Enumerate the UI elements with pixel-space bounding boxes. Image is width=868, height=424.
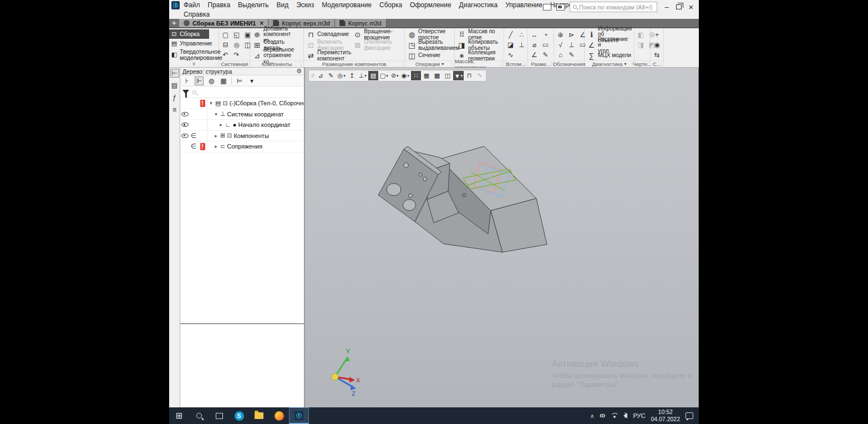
tree-row-3[interactable]: ∈▸⊞⊡Компоненты bbox=[180, 131, 304, 142]
local-cs-icon[interactable]: ⊥ bbox=[517, 40, 526, 49]
spec-add-object-icon[interactable]: + bbox=[652, 30, 662, 39]
dropdown-arrow-icon[interactable]: ▾ bbox=[397, 74, 399, 78]
construction-point-icon[interactable]: ∴ bbox=[517, 30, 526, 39]
menu-item-9[interactable]: Управление bbox=[505, 1, 542, 9]
expand-arrow-icon[interactable]: ▸ bbox=[214, 144, 219, 149]
ribbon-tab-2[interactable]: ◧Твердотельное моделирование bbox=[169, 48, 219, 61]
menu-item-4[interactable]: Эскиз bbox=[296, 1, 314, 9]
undo-icon[interactable]: ↶ bbox=[221, 50, 230, 59]
dimension-linear-icon[interactable]: ▭ bbox=[541, 40, 550, 49]
dimension-auto-icon[interactable]: ↔ bbox=[530, 30, 539, 39]
mate-coincident-button[interactable]: ⊓Совпадение bbox=[306, 29, 352, 40]
new-tab-button[interactable]: + bbox=[169, 19, 179, 27]
membership-icon[interactable]: ∈ bbox=[191, 142, 196, 150]
document-tab-2[interactable]: Корпус.m3d bbox=[335, 19, 387, 27]
simple-hole-button[interactable]: ◍Отверстие простое bbox=[407, 29, 461, 40]
orientation-triad-icon[interactable]: ⊥▾ bbox=[358, 71, 368, 80]
hide-objects-icon[interactable]: ⊘▾ bbox=[390, 71, 400, 80]
dropdown-arrow-icon[interactable]: ▾ bbox=[407, 74, 409, 78]
tree-area-select-icon[interactable]: ▦ bbox=[219, 76, 228, 85]
dropdown-arrow-icon[interactable]: ▾ bbox=[386, 74, 388, 78]
panel-splitter[interactable] bbox=[180, 323, 304, 324]
menu-item-7[interactable]: Оформление bbox=[410, 1, 451, 9]
dimension-radial-icon[interactable]: ◔ bbox=[541, 30, 550, 39]
designation-position-icon[interactable]: ⌂ bbox=[556, 50, 565, 59]
viewport-3d[interactable]: Y X Z ⠿⊿✎◎▾↥⊥▾▧▢▾⊘▾◉▾∷▦▩◫▼▾⊓✎ Активация … bbox=[305, 68, 699, 407]
filter-funnel-icon[interactable] bbox=[182, 90, 189, 94]
display-wireframe-icon[interactable]: ▢▾ bbox=[379, 71, 389, 80]
tree-row-1[interactable]: ▾⊥Системы координат bbox=[180, 109, 304, 120]
construction-plane-icon[interactable]: ◪ bbox=[506, 40, 515, 49]
menu-item-5[interactable]: Моделирование bbox=[322, 1, 372, 9]
sketch-mode-icon[interactable]: ✎ bbox=[326, 71, 336, 80]
expand-arrow-icon[interactable]: ▸ bbox=[219, 122, 224, 127]
close-button[interactable]: × bbox=[687, 2, 696, 12]
tree-row-content[interactable]: ▸⊞⊡Компоненты bbox=[207, 131, 304, 141]
menu-item-1[interactable]: Правка bbox=[208, 1, 231, 9]
dropdown-arrow-icon[interactable]: ▾ bbox=[343, 74, 346, 78]
tree-row-4[interactable]: ∈!▸⊂Сопряжения bbox=[180, 141, 304, 152]
measure-scale-icon[interactable]: ⊓ bbox=[464, 71, 474, 80]
screen-mode-icon[interactable] bbox=[556, 4, 565, 11]
explorer-button[interactable] bbox=[249, 407, 269, 424]
print-icon[interactable]: ⊟ bbox=[221, 40, 230, 49]
tree-options-dropdown-icon[interactable]: ▾ bbox=[247, 76, 256, 85]
dimension-edit-icon[interactable]: ✎ bbox=[541, 50, 550, 59]
tree-row-content[interactable]: ▸∟● Начало координат bbox=[207, 120, 304, 130]
tree-row-2[interactable]: ▸∟● Начало координат bbox=[180, 120, 304, 131]
clip-box-icon[interactable]: ▦ bbox=[422, 71, 432, 80]
snap-mode-icon[interactable]: ∷ bbox=[411, 71, 421, 80]
app-logo-icon[interactable] bbox=[171, 1, 180, 9]
redo-icon[interactable]: ↷ bbox=[232, 50, 241, 59]
designation-leader-icon[interactable]: ⊕ bbox=[556, 30, 565, 39]
distance-angle-button[interactable]: ∠Расстояние и угол bbox=[586, 40, 633, 50]
menu-item-0[interactable]: Файл bbox=[184, 1, 200, 9]
minimize-button[interactable]: – bbox=[662, 3, 671, 11]
command-search-input[interactable]: Поиск по командам (Alt+/) bbox=[570, 2, 657, 12]
group-handle-icon[interactable]: ⋮ bbox=[646, 62, 649, 67]
menu-item-help[interactable]: Справка bbox=[184, 11, 210, 18]
tree-settings-gear-icon[interactable]: ⚙ bbox=[296, 68, 302, 75]
clip-view-icon[interactable]: ◉▾ bbox=[400, 71, 410, 80]
wifi-icon[interactable] bbox=[611, 413, 618, 418]
group-handle-icon[interactable]: ⋮ bbox=[659, 62, 663, 67]
spiral-icon[interactable]: ∿ bbox=[506, 50, 515, 59]
construction-axis-icon[interactable]: ╱ bbox=[506, 30, 515, 39]
group-handle-icon[interactable]: ⋮ bbox=[580, 62, 583, 67]
start-button[interactable]: ⊞ bbox=[169, 407, 189, 424]
mirror-components-button[interactable]: ⊿Зеркальное отражение ко... bbox=[252, 50, 302, 61]
group-handle-icon[interactable]: ⋮ bbox=[450, 62, 454, 67]
filter-objects-icon[interactable]: ▼▾ bbox=[453, 71, 464, 80]
dimension-diameter-icon[interactable]: ⌀ bbox=[530, 40, 539, 49]
tray-id-icon[interactable]: ID bbox=[600, 413, 605, 418]
clock[interactable]: 10:52 04.07.2022 bbox=[651, 408, 680, 423]
designation-datum-icon[interactable]: ⊳ bbox=[567, 30, 576, 39]
designation-roughness-icon[interactable]: √ bbox=[556, 40, 565, 49]
volume-icon[interactable] bbox=[623, 413, 627, 418]
ribbon-tab-0[interactable]: ⊡Сборка bbox=[169, 29, 209, 39]
clip-section-icon[interactable]: ▩ bbox=[432, 71, 442, 80]
spec-view-icon[interactable]: ◉ bbox=[652, 40, 662, 49]
dropdown-arrow-icon[interactable]: ▾ bbox=[461, 74, 463, 78]
expand-arrow-icon[interactable]: ▸ bbox=[214, 133, 219, 139]
dropdown-arrow-icon[interactable]: ▾ bbox=[364, 74, 367, 78]
new-document-icon[interactable]: ▢ bbox=[221, 30, 230, 39]
group-dropdown-icon[interactable]: ▾ bbox=[625, 62, 627, 67]
parameters-panel-icon[interactable]: ▤ bbox=[170, 81, 179, 90]
section-button[interactable]: ◫Сечение bbox=[407, 50, 461, 61]
tree-search-icon[interactable] bbox=[192, 90, 196, 94]
variables-panel-icon[interactable]: ƒ bbox=[170, 93, 179, 102]
tree-filter-list-icon[interactable]: ⊨ bbox=[235, 76, 244, 85]
clip-zone-icon[interactable]: ◫ bbox=[443, 71, 453, 80]
display-shaded-icon[interactable]: ▧ bbox=[368, 71, 378, 80]
menu-item-3[interactable]: Вид bbox=[276, 1, 288, 9]
firefox-button[interactable] bbox=[269, 407, 289, 424]
workspace-layout-icon[interactable] bbox=[543, 4, 551, 11]
spec-manage-icon[interactable]: ⇆ bbox=[652, 50, 662, 59]
expand-arrow-icon[interactable]: ▾ bbox=[209, 100, 214, 106]
print-preview-icon[interactable]: ◎ bbox=[232, 40, 241, 49]
menu-panel-icon[interactable]: ≡ bbox=[170, 105, 179, 114]
ribbon-tab-1[interactable]: ▤Управление bbox=[169, 39, 219, 48]
tree-order-mode-icon[interactable]: ⊩ bbox=[195, 76, 204, 85]
document-tab-0[interactable]: Сборка БЕЗ ИМЕНИ1× bbox=[179, 19, 268, 27]
